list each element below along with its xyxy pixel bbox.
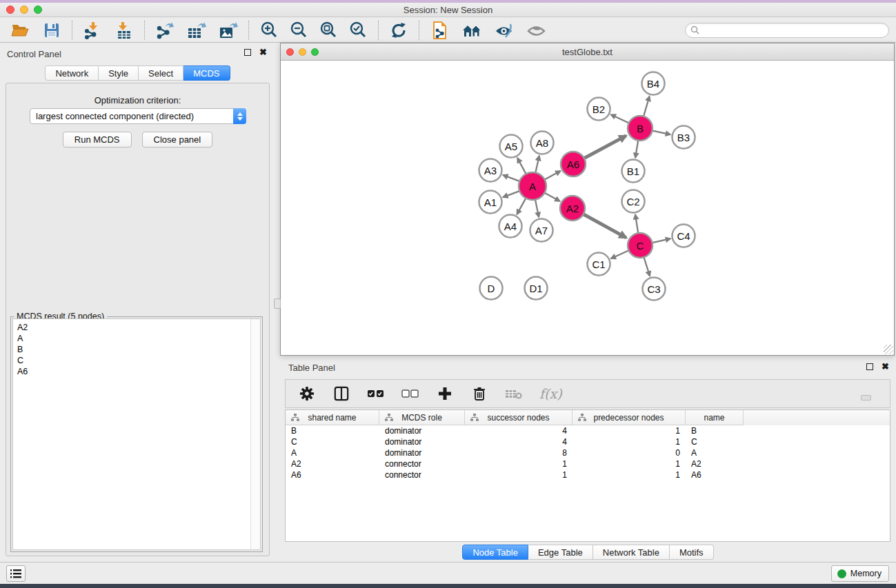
graph-edge-A-A1[interactable] — [503, 190, 521, 197]
column-header-mcds-role[interactable]: MCDS role — [379, 410, 465, 425]
tab-style[interactable]: Style — [99, 65, 139, 81]
graph-edge-B-B4[interactable] — [643, 97, 649, 118]
graph-node-A7[interactable]: A7 — [530, 219, 553, 242]
show-all-icon[interactable] — [526, 20, 547, 41]
tab-select[interactable]: Select — [139, 65, 183, 81]
column-header-predecessor-nodes[interactable]: predecessor nodes — [573, 410, 686, 425]
column-header-shared-name[interactable]: shared name — [286, 410, 379, 425]
network-canvas[interactable]: B4B2BB3A5A8A6A3B1AA1C2A2A4A7C4CC1C3DD1 — [281, 61, 894, 355]
optimization-criterion-select[interactable]: largest connected component (directed) — [30, 108, 246, 124]
run-mcds-button[interactable]: Run MCDS — [63, 132, 132, 148]
graph-node-C[interactable]: C — [628, 233, 653, 258]
zoom-in-icon[interactable] — [259, 20, 279, 41]
graph-edge-B-B1[interactable] — [635, 139, 638, 158]
tab-network-table[interactable]: Network Table — [593, 545, 670, 560]
window-resize-grip[interactable] — [884, 345, 893, 354]
close-table-panel-icon[interactable]: ✖ — [882, 363, 889, 370]
graph-edge-B-B3[interactable] — [651, 130, 670, 134]
graph-edge-C-C1[interactable] — [611, 250, 630, 258]
graph-edge-C-C3[interactable] — [644, 256, 650, 276]
graph-node-A3[interactable]: A3 — [479, 159, 502, 182]
import-table-icon[interactable] — [114, 20, 135, 41]
delete-column-icon[interactable] — [470, 385, 488, 403]
first-neighbors-icon[interactable] — [461, 20, 482, 41]
graph-node-B3[interactable]: B3 — [673, 126, 695, 149]
graph-node-A1[interactable]: A1 — [479, 191, 502, 214]
search-input[interactable] — [702, 26, 888, 35]
table-row[interactable]: B dominator 4 1 B — [286, 425, 890, 436]
graph-edge-A6-B[interactable] — [583, 136, 626, 159]
task-history-button[interactable] — [6, 565, 26, 582]
search-field[interactable] — [685, 23, 889, 38]
graph-node-C3[interactable]: C3 — [643, 278, 666, 301]
graph-edge-A-A4[interactable] — [517, 197, 526, 214]
graph-node-B1[interactable]: B1 — [622, 160, 645, 183]
show-columns-icon[interactable] — [332, 385, 350, 403]
table-row[interactable]: A6 connector 1 1 A6 — [286, 469, 890, 480]
graph-edge-A2-C[interactable] — [582, 214, 626, 238]
graph-node-B2[interactable]: B2 — [588, 98, 610, 121]
float-panel-icon[interactable] — [244, 49, 251, 56]
column-header-successor-nodes[interactable]: successor nodes — [465, 410, 573, 425]
graph-node-A[interactable]: A — [519, 172, 546, 200]
graph-edge-A-A8[interactable] — [535, 156, 539, 174]
graph-node-D[interactable]: D — [480, 277, 503, 300]
graph-node-B[interactable]: B — [628, 116, 653, 141]
mcds-result-item[interactable]: A — [17, 333, 250, 344]
graph-node-C2[interactable]: C2 — [622, 190, 645, 213]
zoom-fit-icon[interactable] — [318, 20, 339, 41]
table-row[interactable]: C dominator 4 1 C — [286, 436, 890, 447]
table-settings-gear-icon[interactable] — [298, 385, 316, 403]
tab-motifs[interactable]: Motifs — [670, 545, 714, 560]
tab-node-table[interactable]: Node Table — [462, 545, 528, 560]
mcds-result-item[interactable]: A6 — [17, 366, 250, 377]
memory-button[interactable]: Memory — [831, 565, 889, 582]
float-table-panel-icon[interactable] — [866, 363, 873, 370]
deselect-all-icon[interactable] — [401, 385, 419, 403]
graph-edge-C-C4[interactable] — [651, 239, 670, 243]
graph-node-C1[interactable]: C1 — [588, 253, 610, 276]
apply-layout-icon[interactable] — [388, 20, 409, 41]
graph-node-A8[interactable]: A8 — [531, 132, 554, 154]
mcds-result-item[interactable]: B — [17, 344, 250, 355]
close-panel-button[interactable]: Close panel — [142, 132, 213, 148]
add-column-icon[interactable] — [436, 385, 454, 403]
hide-selected-icon[interactable] — [494, 20, 515, 41]
graph-edge-B-B2[interactable] — [611, 114, 630, 123]
graph-edge-A-A5[interactable] — [517, 158, 526, 175]
graph-node-A2[interactable]: A2 — [560, 196, 585, 221]
export-table-icon[interactable] — [186, 20, 207, 41]
table-row[interactable]: A dominator 8 0 A — [286, 447, 890, 458]
export-network-icon[interactable] — [155, 20, 175, 41]
export-image-icon[interactable] — [218, 20, 239, 41]
list-scrollbar[interactable] — [250, 319, 260, 549]
tab-edge-table[interactable]: Edge Table — [528, 545, 593, 560]
table-row[interactable]: A2 connector 1 1 A2 — [286, 458, 890, 469]
graph-node-D1[interactable]: D1 — [525, 277, 548, 300]
graph-node-A6[interactable]: A6 — [561, 152, 586, 176]
graph-edge-A-A6[interactable] — [544, 171, 561, 180]
graph-node-B4[interactable]: B4 — [642, 72, 665, 95]
tab-network[interactable]: Network — [45, 65, 99, 81]
graph-edge-A-A2[interactable] — [544, 192, 560, 201]
graph-node-C4[interactable]: C4 — [673, 225, 695, 247]
graph-edge-A-A3[interactable] — [503, 175, 521, 182]
column-header-name[interactable]: name — [686, 410, 744, 425]
import-network-icon[interactable] — [82, 20, 103, 41]
open-session-icon[interactable] — [10, 20, 30, 41]
mcds-result-item[interactable]: C — [17, 355, 250, 366]
mcds-result-item[interactable]: A2 — [17, 322, 250, 333]
graph-edge-A-A7[interactable] — [535, 199, 539, 217]
graph-node-A4[interactable]: A4 — [499, 215, 522, 238]
tab-mcds[interactable]: MCDS — [183, 65, 230, 81]
close-panel-icon[interactable]: ✖ — [259, 49, 267, 56]
select-all-icon[interactable] — [367, 385, 385, 403]
zoom-out-icon[interactable] — [288, 20, 309, 41]
save-session-icon[interactable] — [41, 20, 62, 41]
horizontal-splitter-handle[interactable] — [861, 395, 871, 401]
zoom-selected-icon[interactable] — [348, 20, 368, 41]
graph-node-A5[interactable]: A5 — [500, 135, 523, 158]
network-file-icon[interactable] — [429, 20, 450, 41]
vertical-splitter-handle[interactable] — [274, 298, 281, 309]
graph-edge-C-C2[interactable] — [635, 214, 639, 234]
